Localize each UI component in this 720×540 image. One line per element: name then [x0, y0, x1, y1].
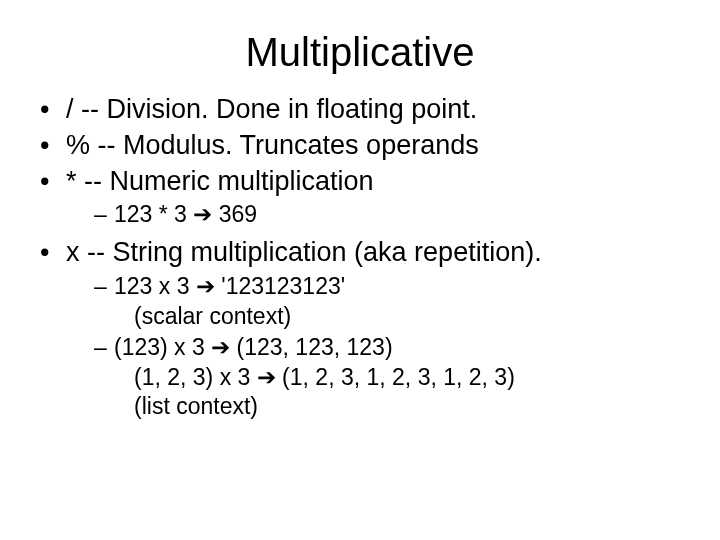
text: 123 * 3	[114, 201, 193, 227]
bullet-text: % -- Modulus. Truncates operands	[66, 130, 479, 160]
continuation-line: (1, 2, 3) x 3 ➔ (1, 2, 3, 1, 2, 3, 1, 2,…	[114, 363, 690, 393]
slide: Multiplicative / -- Division. Done in fl…	[0, 0, 720, 540]
arrow-icon: ➔	[196, 273, 215, 299]
text: (1, 2, 3, 1, 2, 3, 1, 2, 3)	[276, 364, 515, 390]
bullet-list: / -- Division. Done in floating point. %…	[40, 93, 690, 422]
sub-bullet-scalar-example: 123 x 3 ➔ '123123123' (scalar context)	[94, 272, 690, 332]
sub-list: 123 x 3 ➔ '123123123' (scalar context) (…	[94, 272, 690, 422]
text: (1, 2, 3) x 3	[134, 364, 257, 390]
text: (list context)	[114, 392, 690, 422]
text: (scalar context)	[114, 302, 690, 332]
bullet-text: * -- Numeric multiplication	[66, 166, 374, 196]
bullet-division: / -- Division. Done in floating point.	[40, 93, 690, 127]
sub-list: 123 * 3 ➔ 369	[94, 200, 690, 230]
bullet-multiply: * -- Numeric multiplication 123 * 3 ➔ 36…	[40, 165, 690, 231]
text: 369	[212, 201, 257, 227]
sub-bullet-list-example: (123) x 3 ➔ (123, 123, 123) (1, 2, 3) x …	[94, 333, 690, 423]
bullet-string-multiply: x -- String multiplication (aka repetiti…	[40, 236, 690, 422]
text: (123, 123, 123)	[230, 334, 392, 360]
arrow-icon: ➔	[193, 201, 212, 227]
bullet-modulus: % -- Modulus. Truncates operands	[40, 129, 690, 163]
text: '123123123'	[215, 273, 345, 299]
arrow-icon: ➔	[257, 364, 276, 390]
bullet-text: / -- Division. Done in floating point.	[66, 94, 477, 124]
bullet-text: x -- String multiplication (aka repetiti…	[66, 237, 542, 267]
sub-bullet-numeric-example: 123 * 3 ➔ 369	[94, 200, 690, 230]
text: (123) x 3	[114, 334, 211, 360]
arrow-icon: ➔	[211, 334, 230, 360]
text: 123 x 3	[114, 273, 196, 299]
slide-title: Multiplicative	[30, 30, 690, 75]
